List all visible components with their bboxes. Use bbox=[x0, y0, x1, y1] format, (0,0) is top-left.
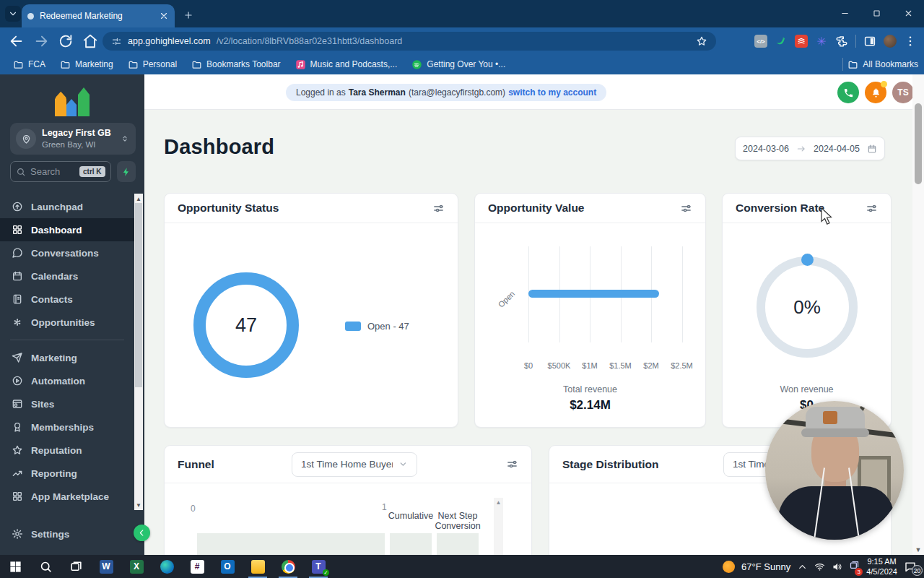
filter-sliders-icon[interactable] bbox=[432, 202, 445, 215]
user-avatar[interactable]: TS bbox=[892, 82, 912, 103]
all-bookmarks-button[interactable]: All Bookmarks bbox=[842, 54, 918, 74]
avatar-initials: TS bbox=[897, 87, 908, 98]
taskbar-search-button[interactable] bbox=[30, 555, 61, 578]
sidebar-search[interactable]: ctrl K bbox=[10, 161, 111, 182]
window-minimize-button[interactable] bbox=[829, 0, 860, 26]
page-scroll-thumb[interactable] bbox=[915, 103, 922, 184]
notifications-button[interactable] bbox=[865, 82, 886, 103]
filter-sliders-icon[interactable] bbox=[866, 202, 878, 215]
sidebar-item-memberships[interactable]: Memberships bbox=[0, 415, 134, 439]
quick-actions-button[interactable] bbox=[117, 161, 136, 182]
excel-button[interactable]: X bbox=[121, 555, 152, 578]
browser-menu-icon[interactable] bbox=[904, 35, 917, 48]
bookmarks-bar: FCAMarketingPersonalBookmarks ToolbarMus… bbox=[0, 54, 924, 74]
sidebar-item-marketing[interactable]: Marketing bbox=[0, 346, 134, 369]
bookmark-item[interactable]: Personal bbox=[122, 57, 183, 72]
teams-button[interactable]: T✓ bbox=[303, 555, 334, 578]
chrome-button[interactable] bbox=[273, 555, 303, 578]
edge-button[interactable] bbox=[152, 555, 182, 578]
tab-close-icon[interactable] bbox=[159, 11, 169, 21]
gear-icon bbox=[12, 528, 23, 540]
sidebar-item-automation[interactable]: Automation bbox=[0, 369, 134, 392]
music-icon bbox=[295, 59, 306, 70]
sidebar-collapse-button[interactable] bbox=[134, 525, 150, 541]
pin-icon bbox=[21, 134, 32, 144]
side-panel-icon[interactable] bbox=[863, 35, 876, 48]
sidebar-item-launchpad[interactable]: Launchpad bbox=[0, 195, 134, 218]
devtools-extension-icon[interactable]: </> bbox=[754, 35, 767, 48]
sidebar-item-conversations[interactable]: Conversations bbox=[0, 241, 134, 264]
sidebar-scrollbar[interactable]: ▲ ▼ bbox=[134, 194, 143, 510]
page-title: Dashboard bbox=[164, 135, 274, 159]
weather-text[interactable]: 67°F Sunny bbox=[741, 561, 790, 572]
card-conversion-rate: Conversion Rate 0% Won revenue $0 bbox=[722, 193, 892, 428]
sidebar-item-settings[interactable]: Settings bbox=[0, 522, 134, 545]
burst-extension-icon[interactable]: ✳ bbox=[815, 35, 828, 48]
clock[interactable]: 9:15 AM 4/5/2024 bbox=[866, 556, 897, 577]
browser-profile-avatar[interactable] bbox=[884, 35, 897, 48]
word-button[interactable]: W bbox=[91, 555, 121, 578]
page-scrollbar[interactable]: ▼ bbox=[912, 74, 924, 555]
back-button[interactable] bbox=[9, 33, 25, 49]
new-tab-button[interactable] bbox=[180, 7, 196, 23]
phone-button[interactable] bbox=[837, 82, 859, 103]
date-range-picker[interactable]: 2024-03-06 2024-04-05 bbox=[735, 137, 885, 160]
action-center-button[interactable]: 20 bbox=[904, 560, 918, 573]
funnel-inner-scrollbar[interactable]: ▲ bbox=[494, 498, 503, 555]
file-explorer-button[interactable] bbox=[243, 555, 273, 578]
url-host: app.gohighlevel.com bbox=[128, 36, 211, 46]
outlook-button[interactable]: O bbox=[212, 555, 243, 578]
donut-center-value: 0% bbox=[793, 296, 821, 319]
task-view-button[interactable] bbox=[61, 555, 91, 578]
sidebar-item-sites[interactable]: Sites bbox=[0, 392, 134, 415]
scroll-up-arrow[interactable]: ▲ bbox=[494, 498, 503, 506]
site-info-icon[interactable] bbox=[111, 36, 122, 47]
address-bar[interactable]: app.gohighlevel.com /v2/location/8lbRVb8… bbox=[103, 32, 716, 51]
extensions-puzzle-icon[interactable] bbox=[835, 35, 848, 48]
sidebar-item-dashboard[interactable]: Dashboard bbox=[0, 218, 134, 241]
wifi-icon[interactable] bbox=[814, 561, 825, 572]
scroll-down-arrow[interactable]: ▼ bbox=[134, 501, 143, 509]
bookmark-label: FCA bbox=[28, 59, 45, 69]
search-input[interactable] bbox=[30, 166, 75, 177]
bookmark-item[interactable]: Marketing bbox=[54, 57, 119, 72]
sidebar-scroll-thumb[interactable] bbox=[135, 203, 142, 387]
bookmark-item[interactable]: Getting Over You •... bbox=[406, 57, 511, 72]
funnel-col-cumulative: Cumulative bbox=[385, 511, 437, 521]
sidebar-item-reporting[interactable]: Reporting bbox=[0, 462, 134, 485]
funnel-pipeline-dropdown[interactable]: 1st Time Home Buyer bbox=[292, 452, 417, 477]
volume-icon[interactable] bbox=[832, 561, 842, 572]
switch-account-link[interactable]: switch to my account bbox=[508, 87, 596, 98]
bookmark-star-icon[interactable] bbox=[696, 35, 707, 47]
teams-tray-icon[interactable]: 3 bbox=[849, 560, 860, 574]
todoist-extension-icon[interactable] bbox=[795, 35, 808, 48]
bird-extension-icon[interactable] bbox=[775, 35, 788, 48]
bookmark-item[interactable]: Bookmarks Toolbar bbox=[186, 57, 287, 72]
tab-search-button[interactable] bbox=[5, 6, 21, 22]
weather-sun-icon[interactable] bbox=[723, 561, 735, 573]
forward-button[interactable] bbox=[33, 33, 49, 49]
scroll-up-arrow[interactable]: ▲ bbox=[134, 194, 143, 203]
chevron-left-icon bbox=[137, 528, 147, 538]
slack-button[interactable]: # bbox=[182, 555, 212, 578]
filter-sliders-icon[interactable] bbox=[680, 202, 692, 215]
scroll-down-arrow[interactable]: ▼ bbox=[912, 546, 924, 553]
browser-tab[interactable]: Redeemed Marketing bbox=[22, 4, 175, 27]
window-maximize-button[interactable] bbox=[860, 0, 892, 26]
account-switcher[interactable]: Legacy First GB Green Bay, WI bbox=[10, 123, 136, 155]
sidebar-item-opportunities[interactable]: Opportunities bbox=[0, 311, 134, 334]
funnel-tick-left: 0 bbox=[191, 504, 196, 514]
sidebar-item-app-marketplace[interactable]: App Marketplace bbox=[0, 485, 134, 508]
bookmark-item[interactable]: Music and Podcasts,... bbox=[289, 57, 404, 72]
banner-prefix: Logged in as bbox=[296, 87, 346, 98]
filter-sliders-icon[interactable] bbox=[506, 458, 518, 470]
reload-button[interactable] bbox=[58, 33, 74, 49]
tray-expand-icon[interactable] bbox=[797, 561, 808, 572]
home-button[interactable] bbox=[82, 33, 98, 49]
sidebar-item-calendars[interactable]: Calendars bbox=[0, 264, 134, 288]
sidebar-item-contacts[interactable]: Contacts bbox=[0, 288, 134, 311]
sidebar-item-reputation[interactable]: Reputation bbox=[0, 439, 134, 462]
window-close-button[interactable] bbox=[892, 0, 924, 26]
start-button[interactable] bbox=[0, 555, 30, 578]
bookmark-item[interactable]: FCA bbox=[7, 57, 51, 72]
